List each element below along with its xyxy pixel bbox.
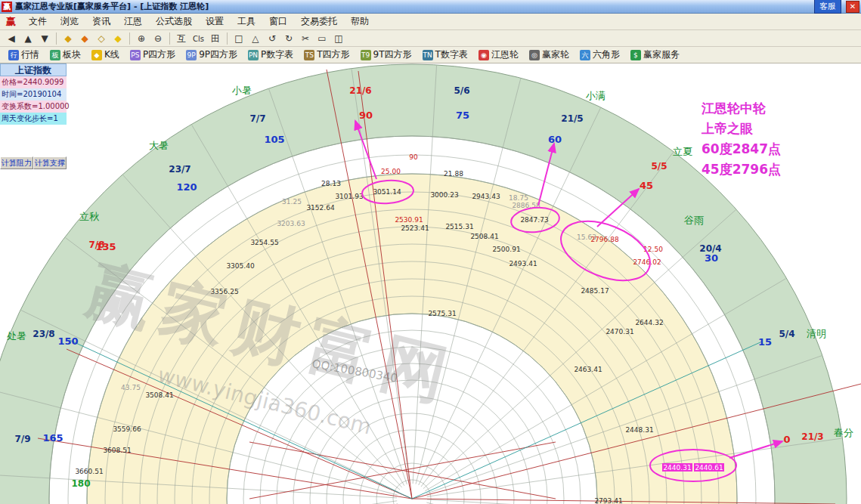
info-row-1: 时间=20190104 (0, 88, 67, 100)
toolbar-separator (227, 32, 228, 45)
menu-items: 文件浏览资讯江恩公式选股设置工具窗口交易委托帮助 (22, 14, 376, 29)
exchange-icon[interactable]: 互 (174, 32, 189, 45)
svg-text:180: 180 (71, 478, 90, 489)
svg-text:处暑: 处暑 (7, 330, 26, 342)
cut-icon[interactable]: ✂ (298, 32, 313, 45)
diamond-orange-icon[interactable]: ◆ (77, 32, 92, 45)
panel-rows: 价格=2440.9099时间=20190104变换系数=1.00000周天变化步… (0, 76, 67, 125)
toolbar2-item-12[interactable]: $赢家服务 (627, 47, 683, 63)
svg-text:23/7: 23/7 (169, 164, 190, 175)
svg-text:2463.41: 2463.41 (574, 366, 602, 373)
quotes-icon: 行 (8, 50, 19, 60)
menu-item-5[interactable]: 设置 (199, 14, 231, 29)
grid-icon[interactable]: 田 (208, 32, 223, 45)
panel-buttons: 计算阻力计算支撑 (0, 156, 67, 169)
svg-text:21/6: 21/6 (349, 85, 371, 96)
t-number-table-icon: TN (423, 50, 433, 60)
svg-text:105: 105 (264, 134, 284, 145)
title-bar: 赢 赢家江恩专业版[赢家服务平台] - [上证指数 江恩轮] 客服 ✕ (0, 0, 861, 14)
menu-item-6[interactable]: 工具 (231, 14, 262, 29)
service-icon: $ (630, 50, 641, 60)
calc-button-0[interactable]: 计算阻力 (0, 156, 33, 169)
svg-text:3254.55: 3254.55 (250, 239, 278, 246)
menu-item-8[interactable]: 交易委托 (294, 14, 344, 29)
menu-item-0[interactable]: 文件 (22, 14, 54, 29)
info-row-2: 变换系数=1.00000 (0, 100, 67, 113)
triangle-tool-icon[interactable]: △ (248, 32, 263, 45)
menu-item-1[interactable]: 浏览 (54, 14, 85, 29)
toolbar2-item-11[interactable]: 六六角形 (577, 47, 623, 63)
toolbar2-label-11: 六角形 (593, 48, 620, 61)
toolbar2-item-4[interactable]: 9P9P四方形 (183, 47, 240, 63)
svg-text:23/8: 23/8 (33, 329, 54, 339)
svg-text:7/8: 7/8 (88, 240, 104, 250)
toolbar2-item-10[interactable]: ◎赢家轮 (526, 47, 572, 63)
menu-item-9[interactable]: 帮助 (344, 14, 376, 29)
svg-text:3051.14: 3051.14 (373, 188, 401, 196)
svg-text:30: 30 (705, 252, 718, 264)
clear-icon[interactable]: Cls (190, 32, 206, 45)
zoom-in-icon[interactable]: ⊕ (134, 32, 149, 45)
svg-text:3305.40: 3305.40 (226, 262, 254, 270)
diamond-outline-icon[interactable]: ◇ (94, 32, 109, 45)
shape-icon[interactable]: ▭ (314, 32, 330, 45)
gann-wheel-icon: ◉ (479, 50, 489, 60)
customer-service-button[interactable]: 客服 (814, 0, 841, 14)
toolbar2-label-9: 江恩轮 (491, 48, 519, 61)
toolbar2-label-0: 行情 (21, 48, 39, 61)
gann-annotation: 江恩轮中轮上帝之眼60度2847点45度2796点 (701, 98, 781, 180)
down-icon[interactable]: ▼ (37, 32, 52, 45)
svg-text:2448.31: 2448.31 (625, 426, 653, 434)
nine-t-square-icon: T9 (361, 50, 371, 60)
svg-text:0: 0 (783, 434, 790, 445)
toolbar-separator (129, 32, 130, 45)
toolbar2-item-8[interactable]: TNT数字表 (420, 47, 471, 63)
winner-wheel-icon: ◎ (529, 50, 540, 60)
svg-text:3608.51: 3608.51 (103, 447, 131, 454)
kline-icon: ◆ (91, 50, 102, 60)
svg-text:2943.43: 2943.43 (472, 193, 500, 200)
toolbar2-item-1[interactable]: 板板块 (47, 47, 84, 63)
svg-text:20/4: 20/4 (699, 243, 721, 254)
comment-icon[interactable]: ◫ (331, 32, 346, 45)
svg-text:15: 15 (758, 336, 772, 348)
svg-text:2485.17: 2485.17 (581, 287, 609, 295)
toolbar2-item-9[interactable]: ◉江恩轮 (475, 47, 522, 63)
diamond-yellow-icon[interactable]: ◆ (110, 32, 125, 45)
drawing-toolbar: ◀▲▼◆◆◇◆⊕⊖互Cls田□△↺↻✂▭◫ (0, 30, 861, 47)
menu-item-2[interactable]: 资讯 (85, 14, 117, 29)
back-icon[interactable]: ◀ (4, 32, 19, 45)
up-icon[interactable]: ▲ (20, 32, 36, 45)
toolbar2-item-6[interactable]: TST四方形 (301, 47, 352, 63)
toolbar2-item-0[interactable]: 行行情 (5, 47, 42, 63)
rotate-left-icon[interactable]: ↺ (265, 32, 280, 45)
t-square-icon: TS (304, 50, 314, 60)
svg-text:谷雨: 谷雨 (684, 215, 704, 226)
svg-text:立夏: 立夏 (673, 146, 692, 157)
calc-button-1[interactable]: 计算支撑 (33, 156, 67, 169)
zoom-out-icon[interactable]: ⊖ (150, 32, 166, 45)
menu-item-4[interactable]: 公式选股 (149, 14, 199, 29)
app-logo-icon: 赢 (2, 2, 12, 12)
index-info-panel: 上证指数 价格=2440.9099时间=20190104变换系数=1.00000… (0, 63, 67, 169)
svg-text:25.00: 25.00 (381, 168, 401, 175)
close-button[interactable]: ✕ (846, 1, 859, 13)
svg-text:小暑: 小暑 (231, 85, 252, 96)
svg-text:45: 45 (640, 180, 653, 191)
svg-text:2523.41: 2523.41 (401, 224, 429, 232)
svg-text:2793.41: 2793.41 (594, 497, 622, 504)
p-square-icon: PS (130, 50, 141, 60)
menu-item-7[interactable]: 窗口 (262, 14, 294, 29)
toolbar2-item-3[interactable]: PSP四方形 (127, 47, 178, 63)
menu-item-3[interactable]: 江恩 (117, 14, 149, 29)
toolbar2-item-7[interactable]: T99T四方形 (358, 47, 415, 63)
svg-text:2746.02: 2746.02 (633, 258, 661, 266)
svg-text:7/7: 7/7 (249, 113, 265, 124)
rect-tool-icon[interactable]: □ (231, 32, 246, 45)
svg-text:90: 90 (359, 110, 373, 121)
toolbar2-item-5[interactable]: PNP数字表 (245, 47, 296, 63)
annotation-line-1: 上帝之眼 (701, 119, 781, 139)
diamond-gold-icon[interactable]: ◆ (60, 32, 76, 45)
toolbar2-item-2[interactable]: ◆K线 (88, 47, 122, 63)
rotate-right-icon[interactable]: ↻ (281, 32, 296, 45)
